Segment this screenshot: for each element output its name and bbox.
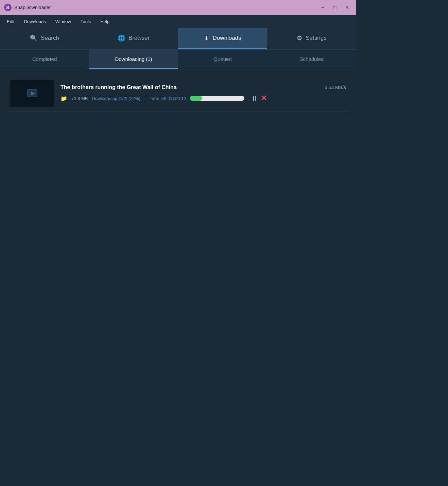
separator: | (144, 96, 145, 101)
download-speed: 5.54 MB/s (325, 85, 346, 90)
pause-button[interactable]: ⏸ (251, 95, 258, 102)
settings-icon: ⚙ (297, 34, 302, 42)
tab-search-label: Search (41, 35, 59, 41)
nav-tabs: 🔍 Search 🌐 Browser ⬇ Downloads ⚙ Setting… (0, 28, 356, 50)
tab-settings-label: Settings (306, 35, 326, 41)
cancel-button[interactable]: ✕ (261, 94, 267, 103)
sub-tabs: Completed Downloading (1) Queued Schedul… (0, 50, 356, 69)
app-title: SnapDownloader (14, 5, 51, 10)
content-area: The brothers running the Great Wall of C… (0, 69, 356, 118)
file-size: 72.3 MB (71, 96, 88, 101)
title-bar-controls: − □ ✕ (317, 3, 352, 12)
tab-browser-label: Browser (128, 35, 150, 41)
download-top: The brothers running the Great Wall of C… (61, 84, 346, 90)
menu-edit[interactable]: Edit (3, 18, 18, 26)
svg-text:S: S (6, 5, 9, 10)
tab-browser[interactable]: 🌐 Browser (89, 28, 178, 49)
download-item: The brothers running the Great Wall of C… (7, 76, 349, 112)
subtab-queued[interactable]: Queued (178, 50, 267, 69)
download-thumbnail (10, 80, 54, 107)
progress-bar-fill (190, 96, 202, 101)
subtab-downloading-label: Downloading (1) (115, 56, 152, 62)
download-icon: ⬇ (204, 34, 209, 42)
menu-tools[interactable]: Tools (76, 18, 95, 26)
subtab-completed-label: Completed (32, 56, 57, 62)
time-left: Time left: 00:00:10 (150, 96, 186, 101)
tab-downloads-label: Downloads (212, 35, 241, 41)
action-buttons: ⏸ ✕ (251, 94, 267, 103)
title-bar-left: S SnapDownloader (4, 4, 51, 11)
search-icon: 🔍 (30, 34, 37, 42)
download-info: The brothers running the Great Wall of C… (61, 84, 346, 103)
menu-downloads[interactable]: Downloads (20, 18, 50, 26)
subtab-queued-label: Queued (213, 56, 231, 62)
menu-bar: Edit Downloads Window Tools Help (0, 15, 356, 28)
subtab-completed[interactable]: Completed (0, 50, 89, 69)
browser-icon: 🌐 (118, 34, 125, 42)
folder-icon: 📁 (61, 95, 67, 102)
download-title: The brothers running the Great Wall of C… (61, 84, 177, 90)
title-bar: S SnapDownloader − □ ✕ (0, 0, 356, 15)
download-bottom: 📁 72.3 MB Downloading [1/2] (22%) | Time… (61, 94, 346, 103)
subtab-downloading[interactable]: Downloading (1) (89, 50, 178, 69)
progress-bar (190, 96, 244, 101)
subtab-scheduled-label: Scheduled (300, 56, 324, 62)
tab-settings[interactable]: ⚙ Settings (267, 28, 356, 49)
download-status: Downloading [1/2] (22%) (92, 96, 140, 101)
app-logo: S (4, 4, 12, 11)
close-button[interactable]: ✕ (342, 3, 352, 12)
subtab-scheduled[interactable]: Scheduled (267, 50, 356, 69)
menu-help[interactable]: Help (96, 18, 114, 26)
tab-search[interactable]: 🔍 Search (0, 28, 89, 49)
menu-window[interactable]: Window (51, 18, 75, 26)
maximize-button[interactable]: □ (330, 3, 340, 12)
minimize-button[interactable]: − (317, 3, 328, 12)
tab-downloads[interactable]: ⬇ Downloads (178, 28, 267, 49)
